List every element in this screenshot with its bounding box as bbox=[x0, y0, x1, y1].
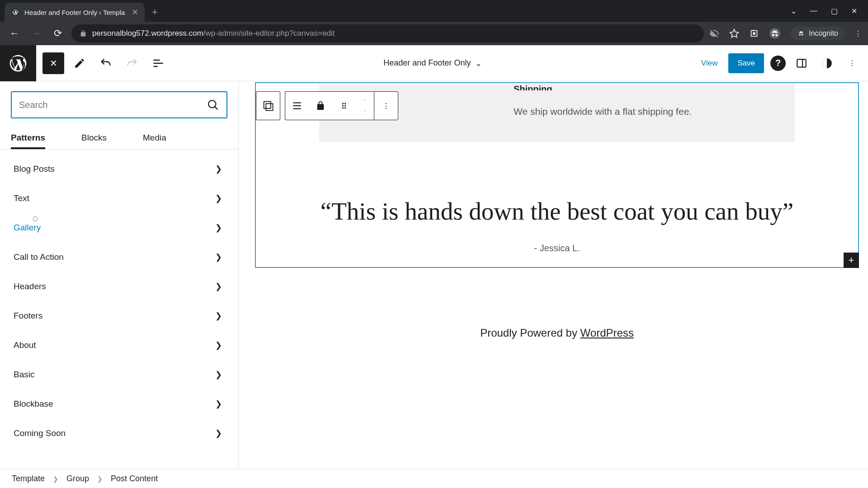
sidebar-toggle-icon[interactable] bbox=[792, 54, 811, 73]
pattern-category-label: Call to Action bbox=[14, 252, 64, 262]
incognito-badge[interactable]: Incognito bbox=[791, 27, 844, 40]
chevron-right-icon: ❯ bbox=[215, 311, 222, 321]
star-icon[interactable] bbox=[729, 28, 739, 38]
browser-toolbar: ← → ⟳ personalblog572.wordpress.com/wp-a… bbox=[0, 22, 868, 45]
svg-point-12 bbox=[344, 103, 346, 104]
chevron-right-icon: ❯ bbox=[215, 370, 222, 380]
pattern-category-list[interactable]: Blog Posts❯Text❯Gallery❯Call to Action❯H… bbox=[0, 150, 238, 469]
breadcrumb-item[interactable]: Post Content bbox=[111, 474, 158, 483]
close-tab-icon[interactable]: ✕ bbox=[132, 7, 138, 17]
move-down-icon[interactable]: ⌄ bbox=[362, 106, 368, 114]
edit-tool-icon[interactable] bbox=[69, 52, 90, 74]
wordpress-logo-icon[interactable] bbox=[0, 45, 36, 81]
chevron-right-icon: ❯ bbox=[215, 282, 222, 291]
add-block-button[interactable]: + bbox=[844, 253, 859, 268]
breadcrumb-item[interactable]: Group bbox=[66, 474, 89, 483]
extensions-icon[interactable] bbox=[749, 28, 759, 38]
pattern-category-label: Blog Posts bbox=[14, 164, 55, 174]
chevron-down-icon[interactable]: ⌄ bbox=[791, 7, 797, 15]
more-options-icon[interactable]: ⋮ bbox=[374, 92, 398, 120]
pattern-category-item[interactable]: Footers❯ bbox=[14, 301, 232, 330]
chevron-right-icon: ❯ bbox=[215, 193, 222, 203]
tab-title: Header and Footer Only ‹ Templa bbox=[24, 9, 127, 16]
browser-tab[interactable]: Header and Footer Only ‹ Templa ✕ bbox=[5, 3, 145, 22]
svg-point-4 bbox=[208, 100, 216, 108]
url-text: personalblog572.wordpress.com/wp-admin/s… bbox=[92, 29, 335, 38]
pattern-category-label: Text bbox=[14, 193, 29, 203]
tab-blocks[interactable]: Blocks bbox=[81, 127, 107, 149]
svg-point-14 bbox=[344, 105, 346, 106]
view-link[interactable]: View bbox=[697, 54, 722, 72]
incognito-avatar-icon[interactable] bbox=[769, 28, 781, 39]
svg-point-13 bbox=[342, 105, 344, 106]
pattern-category-item[interactable]: Coming Soon❯ bbox=[14, 418, 232, 448]
svg-rect-1 bbox=[797, 59, 806, 67]
align-icon[interactable] bbox=[285, 92, 309, 120]
wordpress-link[interactable]: WordPress bbox=[580, 327, 634, 339]
post-content-block[interactable]: ⌃⌄ ⋮ Shipping We ship worldwide with a f… bbox=[255, 82, 859, 268]
chevron-right-icon: ❯ bbox=[215, 164, 222, 174]
pattern-category-item[interactable]: Blockbase❯ bbox=[14, 389, 232, 418]
lock-icon bbox=[80, 30, 87, 37]
back-icon[interactable]: ← bbox=[6, 25, 23, 42]
svg-point-15 bbox=[342, 107, 344, 108]
svg-line-5 bbox=[215, 107, 217, 109]
chevron-right-icon: ❯ bbox=[215, 252, 222, 262]
pattern-category-label: Gallery bbox=[14, 223, 41, 233]
chevron-right-icon: ❯ bbox=[215, 223, 222, 233]
save-button[interactable]: Save bbox=[728, 53, 764, 73]
svg-point-16 bbox=[344, 107, 346, 108]
editor-canvas[interactable]: ⌃⌄ ⋮ Shipping We ship worldwide with a f… bbox=[239, 81, 868, 469]
shipping-body: We ship worldwide with a flat shipping f… bbox=[337, 104, 777, 119]
browser-tab-strip: Header and Footer Only ‹ Templa ✕ + ⌄ ― … bbox=[0, 0, 868, 22]
list-view-icon[interactable] bbox=[147, 52, 169, 74]
pattern-category-item[interactable]: Text❯ bbox=[14, 183, 232, 213]
new-tab-button[interactable]: + bbox=[145, 6, 165, 22]
inserter-tabs: Patterns Blocks Media bbox=[0, 127, 238, 150]
window-controls: ⌄ ― ▢ ✕ bbox=[780, 7, 868, 22]
svg-point-11 bbox=[342, 103, 344, 104]
wordpress-favicon-icon bbox=[11, 8, 20, 17]
quote-author: - Jessica L. bbox=[319, 243, 795, 253]
reload-icon[interactable]: ⟳ bbox=[50, 25, 66, 42]
pattern-category-item[interactable]: About❯ bbox=[14, 330, 232, 360]
pattern-category-item[interactable]: Call to Action❯ bbox=[14, 242, 232, 272]
close-window-icon[interactable]: ✕ bbox=[851, 7, 857, 15]
pattern-category-item[interactable]: Headers❯ bbox=[14, 272, 232, 301]
minimize-icon[interactable]: ― bbox=[810, 7, 817, 15]
drag-handle-icon[interactable] bbox=[332, 92, 356, 120]
quote-block[interactable]: “This is hands down the best coat you ca… bbox=[319, 196, 795, 254]
help-icon[interactable]: ? bbox=[770, 56, 786, 71]
move-up-icon[interactable]: ⌃ bbox=[362, 98, 368, 106]
toggle-inserter-button[interactable]: ✕ bbox=[42, 52, 64, 74]
pattern-category-item[interactable]: Gallery❯ bbox=[14, 213, 232, 242]
pattern-category-item[interactable]: Basic❯ bbox=[14, 360, 232, 389]
pattern-category-label: Basic bbox=[14, 370, 34, 380]
chevron-right-icon: ❯ bbox=[215, 399, 222, 409]
block-type-icon[interactable] bbox=[256, 92, 280, 120]
pattern-category-label: Headers bbox=[14, 282, 46, 291]
styles-icon[interactable] bbox=[817, 54, 836, 73]
search-box[interactable] bbox=[11, 91, 227, 118]
pattern-category-item[interactable]: Blog Posts❯ bbox=[14, 154, 232, 183]
undo-icon[interactable] bbox=[95, 52, 117, 74]
svg-rect-6 bbox=[264, 102, 271, 108]
document-title-dropdown[interactable]: Header and Footer Only ⌄ bbox=[169, 58, 697, 68]
lock-icon[interactable] bbox=[309, 92, 332, 120]
eye-off-icon[interactable] bbox=[709, 28, 719, 38]
chevron-down-icon: ⌄ bbox=[475, 58, 482, 68]
search-icon[interactable] bbox=[207, 99, 219, 111]
svg-rect-7 bbox=[266, 103, 273, 110]
kebab-menu-icon[interactable]: ⋮ bbox=[854, 29, 862, 38]
options-menu-icon[interactable]: ⋮ bbox=[843, 54, 862, 73]
tab-media[interactable]: Media bbox=[143, 127, 166, 149]
tab-patterns[interactable]: Patterns bbox=[11, 127, 45, 149]
breadcrumb-item[interactable]: Template bbox=[12, 474, 45, 483]
url-bar[interactable]: personalblog572.wordpress.com/wp-admin/s… bbox=[71, 24, 704, 42]
incognito-icon bbox=[797, 29, 805, 38]
chevron-right-icon: ❯ bbox=[53, 475, 58, 483]
shipping-title: Shipping bbox=[337, 84, 777, 90]
search-input[interactable] bbox=[19, 100, 207, 110]
pattern-category-label: About bbox=[14, 340, 36, 350]
maximize-icon[interactable]: ▢ bbox=[831, 7, 838, 15]
